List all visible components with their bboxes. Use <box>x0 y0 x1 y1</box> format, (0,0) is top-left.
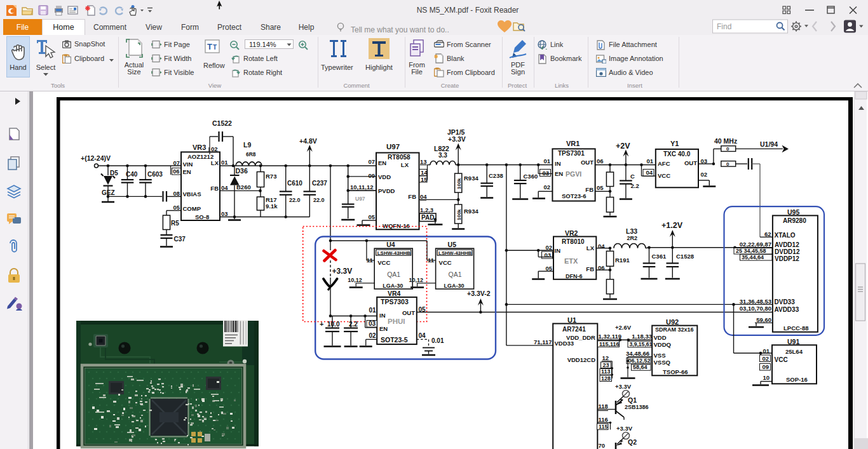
svg-text:02: 02 <box>762 355 769 362</box>
svg-text:+2.6V: +2.6V <box>615 324 632 331</box>
svg-text:DVDD12: DVDD12 <box>775 248 800 255</box>
svg-text:02: 02 <box>701 171 708 178</box>
svg-text:06,12,52: 06,12,52 <box>628 358 651 364</box>
svg-text:9.1k: 9.1k <box>266 203 278 210</box>
svg-text:05: 05 <box>597 184 604 191</box>
svg-text:R5: R5 <box>171 220 179 227</box>
svg-text:VDDP12: VDDP12 <box>775 255 799 262</box>
svg-text:01: 01 <box>763 347 770 354</box>
svg-text:113: 113 <box>601 368 611 375</box>
svg-text:VCC: VCC <box>775 356 788 363</box>
svg-text:C360: C360 <box>524 173 538 180</box>
svg-text:C1522: C1522 <box>212 119 232 127</box>
svg-text:06: 06 <box>173 168 180 175</box>
svg-text:11: 11 <box>367 257 374 264</box>
svg-text:100k: 100k <box>456 209 462 220</box>
svg-text:VSSQ: VSSQ <box>654 359 670 366</box>
svg-text:AFC: AFC <box>658 160 670 167</box>
svg-text:R191: R191 <box>615 257 630 264</box>
svg-text:06: 06 <box>597 157 604 164</box>
svg-text:Y1: Y1 <box>670 140 679 147</box>
svg-text:D5: D5 <box>110 170 118 177</box>
svg-text:23: 23 <box>603 362 609 368</box>
svg-text:3.3: 3.3 <box>438 152 447 159</box>
svg-text:PAD: PAD <box>421 214 434 221</box>
svg-text:JP1/5: JP1/5 <box>447 128 465 136</box>
svg-text:10,11,12: 10,11,12 <box>350 184 373 191</box>
svg-text:VCC: VCC <box>658 172 670 179</box>
svg-text:LPCC-88: LPCC-88 <box>783 325 809 332</box>
svg-text:118: 118 <box>599 403 608 410</box>
svg-text:+2V: +2V <box>616 142 630 151</box>
svg-text:U97: U97 <box>355 196 365 202</box>
svg-text:VBIAS: VBIAS <box>183 191 201 198</box>
svg-text:25L64: 25L64 <box>785 348 803 355</box>
svg-text:01: 01 <box>543 157 550 164</box>
svg-text:C37: C37 <box>174 236 186 243</box>
svg-text:Q1: Q1 <box>628 396 637 404</box>
svg-text:FB: FB <box>586 265 594 272</box>
svg-text:71,117: 71,117 <box>534 338 552 345</box>
svg-text:C610: C610 <box>287 180 302 187</box>
svg-text:34,48,66: 34,48,66 <box>626 350 649 357</box>
svg-text:XTALO: XTALO <box>775 232 796 239</box>
svg-text:2.2: 2.2 <box>349 321 358 328</box>
svg-text:14: 14 <box>421 169 428 176</box>
svg-text:0.01: 0.01 <box>431 337 444 344</box>
svg-text:COMP: COMP <box>183 205 201 212</box>
svg-text:+(12-24)V: +(12-24)V <box>81 154 111 162</box>
svg-text:+3.3V-2: +3.3V-2 <box>467 290 491 297</box>
svg-text:10,12: 10,12 <box>348 277 362 283</box>
svg-text:RT8010: RT8010 <box>562 238 585 245</box>
svg-text:TPS7303: TPS7303 <box>381 298 409 305</box>
svg-text:PVDD: PVDD <box>378 187 395 194</box>
svg-text:U5: U5 <box>448 241 457 248</box>
svg-text:C238: C238 <box>489 172 503 179</box>
svg-text:6R8: 6R8 <box>246 151 256 157</box>
svg-text:LGA-30: LGA-30 <box>383 283 403 289</box>
svg-text:04: 04 <box>420 193 427 200</box>
svg-text:12: 12 <box>602 354 609 361</box>
svg-text:04: 04 <box>646 169 653 176</box>
svg-text:C603: C603 <box>147 171 163 178</box>
svg-text:03,10,70,80: 03,10,70,80 <box>740 305 771 312</box>
svg-text:R73: R73 <box>266 173 276 180</box>
svg-text:25 34,45,58: 25 34,45,58 <box>736 248 766 254</box>
svg-text:115,116: 115,116 <box>599 341 620 347</box>
svg-text:+1.2V: +1.2V <box>661 221 683 230</box>
svg-text:128: 128 <box>601 375 611 382</box>
svg-text:01: 01 <box>646 157 653 164</box>
svg-text:2R2: 2R2 <box>627 235 638 241</box>
svg-text:0: 0 <box>726 161 729 167</box>
svg-text:C1528: C1528 <box>676 253 694 260</box>
svg-text:+4.8V: +4.8V <box>299 137 317 145</box>
svg-text:FB: FB <box>585 186 593 193</box>
svg-text:SOP-16: SOP-16 <box>786 376 808 383</box>
svg-text:05: 05 <box>419 306 426 313</box>
svg-text:DVD33: DVD33 <box>775 298 796 305</box>
svg-text:QA1: QA1 <box>449 271 462 278</box>
svg-text:1,18,33: 1,18,33 <box>632 333 652 340</box>
svg-text:08: 08 <box>173 190 180 197</box>
svg-text:AVDD12: AVDD12 <box>775 241 799 248</box>
svg-text:04: 04 <box>221 184 228 191</box>
svg-text:FB: FB <box>210 185 219 192</box>
svg-text:RT8058: RT8058 <box>388 154 410 161</box>
svg-text:1,2,3: 1,2,3 <box>420 206 433 213</box>
svg-text:OUT: OUT <box>402 309 415 316</box>
svg-text:D36: D36 <box>236 167 248 175</box>
svg-text:02: 02 <box>545 244 552 251</box>
svg-text:+3.3V: +3.3V <box>615 383 632 390</box>
svg-text:40 MHz: 40 MHz <box>714 137 737 145</box>
svg-text:TSOP-66: TSOP-66 <box>663 368 688 375</box>
svg-text:SOT23-5: SOT23-5 <box>381 336 408 344</box>
svg-text:VSS: VSS <box>654 352 666 359</box>
svg-text:58,64: 58,64 <box>633 364 648 370</box>
svg-text:VR2: VR2 <box>565 229 578 237</box>
svg-text:59,60: 59,60 <box>756 316 771 323</box>
svg-text:+3.3V: +3.3V <box>616 425 633 432</box>
svg-text:U4: U4 <box>386 241 395 248</box>
svg-text:03: 03 <box>542 170 549 177</box>
svg-text:22.0: 22.0 <box>289 197 301 203</box>
svg-text:02,22,69,87: 02,22,69,87 <box>740 241 771 248</box>
